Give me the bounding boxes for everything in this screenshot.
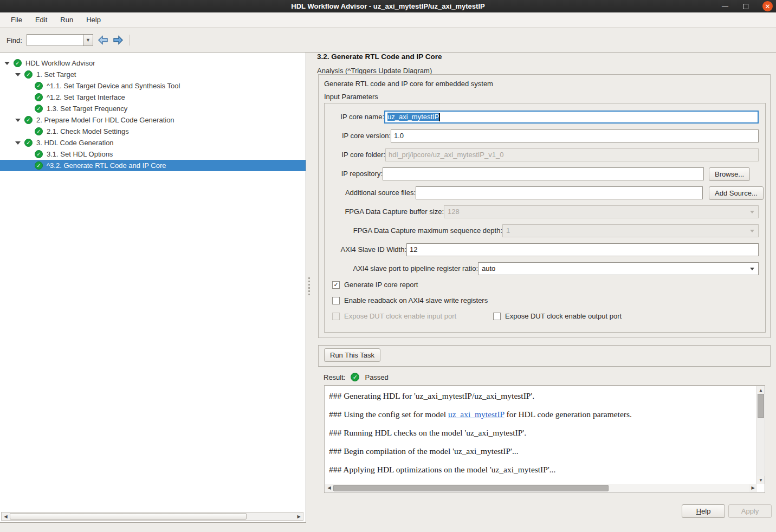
log-output[interactable]: ### Generating HDL for 'uz_axi_mytestIP/… bbox=[324, 385, 765, 493]
title-bar: HDL Workflow Advisor - uz_axi_mytestIP/u… bbox=[0, 0, 776, 12]
scroll-right-icon[interactable]: ▶ bbox=[295, 512, 303, 520]
splitter-handle-icon[interactable] bbox=[308, 277, 310, 295]
menu-file[interactable]: File bbox=[5, 14, 28, 25]
scroll-left-icon[interactable]: ◀ bbox=[2, 512, 10, 520]
hdl-workflow-advisor-window: HDL Workflow Advisor - uz_axi_mytestIP/u… bbox=[0, 0, 776, 532]
expand-caret-icon[interactable] bbox=[4, 62, 10, 65]
passed-check-icon: ✓ bbox=[24, 70, 33, 79]
tree-item-label: 3.1. Set HDL Options bbox=[47, 150, 113, 158]
find-dropdown-icon[interactable]: ▼ bbox=[83, 34, 93, 46]
task-description: Generate RTL code and IP core for embedd… bbox=[324, 80, 493, 88]
menu-edit[interactable]: Edit bbox=[30, 14, 53, 25]
add-source-button[interactable]: Add Source... bbox=[709, 186, 764, 200]
scroll-up-icon[interactable]: ▲ bbox=[757, 386, 765, 394]
menu-run[interactable]: Run bbox=[55, 14, 79, 25]
browse-button[interactable]: Browse... bbox=[709, 167, 750, 181]
tree-item[interactable]: ✓ HDL Workflow Advisor bbox=[0, 57, 306, 69]
tree-item-label: 1. Set Target bbox=[36, 70, 76, 79]
text-cursor bbox=[439, 113, 440, 121]
fpga-max-depth-combo: 1 bbox=[502, 224, 759, 237]
result-row: Result: ✓ Passed bbox=[324, 373, 389, 381]
scrollbar-thumb[interactable] bbox=[333, 485, 609, 491]
find-label: Find: bbox=[7, 36, 22, 44]
run-this-task-button[interactable]: Run This Task bbox=[324, 348, 380, 362]
tree-horizontal-scrollbar[interactable]: ◀ ▶ bbox=[1, 512, 303, 521]
panel-splitter[interactable] bbox=[307, 53, 313, 532]
tree-item[interactable]: ✓ ^1.2. Set Target Interface bbox=[0, 92, 306, 103]
tree-item-label: ^1.2. Set Target Interface bbox=[47, 93, 125, 101]
tree-item-label: 2. Prepare Model For HDL Code Generation bbox=[36, 116, 174, 124]
input-parameters-box: IP core name: uz_axi_mytestIP IP core ve… bbox=[324, 103, 766, 333]
expand-caret-icon[interactable] bbox=[15, 141, 21, 145]
find-next-icon[interactable] bbox=[113, 35, 124, 45]
tree-item[interactable]: ✓ ^1.1. Set Target Device and Synthesis … bbox=[0, 80, 306, 92]
window-title: HDL Workflow Advisor - uz_axi_mytestIP/u… bbox=[291, 2, 484, 10]
additional-source-files-label: Additional source files: bbox=[345, 189, 416, 197]
ip-repository-label: IP repository: bbox=[341, 170, 383, 178]
tree-item[interactable]: ✓ 3.1. Set HDL Options bbox=[0, 148, 306, 160]
passed-check-icon: ✓ bbox=[24, 116, 33, 124]
analysis-label: Analysis (^Triggers Update Diagram) bbox=[317, 67, 432, 75]
scrollbar-thumb[interactable] bbox=[758, 394, 764, 418]
axi4-slave-id-width-field[interactable]: 12 bbox=[406, 243, 759, 256]
log-line: ### Generating HDL for 'uz_axi_mytestIP/… bbox=[329, 388, 746, 406]
tree-item-label: ^1.1. Set Target Device and Synthesis To… bbox=[47, 82, 180, 90]
ip-core-name-label: IP core name: bbox=[340, 113, 384, 121]
maximize-icon[interactable] bbox=[743, 4, 748, 9]
close-icon[interactable]: ✕ bbox=[762, 1, 773, 11]
expose-clock-out-checkbox[interactable] bbox=[493, 313, 501, 320]
task-title: 3.2. Generate RTL Code and IP Core bbox=[317, 53, 442, 61]
expand-caret-icon[interactable] bbox=[15, 119, 21, 122]
chevron-down-icon bbox=[750, 230, 754, 232]
tree-item-label: 3. HDL Code Generation bbox=[36, 139, 114, 147]
ip-core-folder-field: hdl_prj/ipcore/uz_axi_mytestIP_v1_0 bbox=[385, 148, 759, 161]
ip-core-folder-label: IP core folder: bbox=[341, 151, 385, 159]
scrollbar-thumb[interactable] bbox=[10, 513, 247, 520]
ip-repository-field[interactable] bbox=[383, 167, 704, 180]
window-controls: — ✕ bbox=[721, 0, 773, 12]
passed-check-icon: ✓ bbox=[35, 150, 43, 158]
log-line: ### Using the config set for model uz_ax… bbox=[329, 406, 746, 425]
tree-item-label: HDL Workflow Advisor bbox=[25, 59, 95, 67]
fpga-buffer-size-combo: 128 bbox=[444, 205, 759, 218]
ip-core-name-field[interactable]: uz_axi_mytestIP bbox=[384, 111, 759, 124]
tree-item[interactable]: ✓ 1. Set Target bbox=[0, 69, 306, 80]
fpga-max-depth-value: 1 bbox=[506, 226, 510, 235]
ip-core-version-field[interactable]: 1.0 bbox=[391, 129, 759, 142]
log-model-link[interactable]: uz_axi_mytestIP bbox=[448, 410, 505, 419]
tree-item[interactable]: ✓ ^3.2. Generate RTL Code and IP Core bbox=[0, 160, 306, 171]
tree-item[interactable]: ✓ 1.3. Set Target Frequency bbox=[0, 103, 306, 114]
menu-help[interactable]: Help bbox=[81, 14, 106, 25]
passed-check-icon: ✓ bbox=[35, 82, 43, 90]
enable-readback-label: Enable readback on AXI4 slave write regi… bbox=[344, 296, 488, 304]
expose-clock-in-checkbox-row: Expose DUT clock enable input port bbox=[332, 312, 456, 320]
find-input[interactable] bbox=[27, 34, 83, 46]
tree-item[interactable]: ✓ 3. HDL Code Generation bbox=[0, 137, 306, 148]
tree-item[interactable]: ✓ 2.1. Check Model Settings bbox=[0, 126, 306, 137]
passed-check-icon: ✓ bbox=[35, 127, 43, 135]
tree-item-label: 2.1. Check Model Settings bbox=[47, 127, 129, 135]
log-vertical-scrollbar[interactable]: ▲ ▼ bbox=[756, 386, 764, 484]
expand-caret-icon[interactable] bbox=[15, 73, 21, 76]
log-line: ### Begin compilation of the model 'uz_a… bbox=[329, 443, 746, 462]
additional-source-files-field[interactable] bbox=[416, 186, 703, 199]
apply-button: Apply bbox=[728, 504, 772, 518]
generate-report-checkbox[interactable]: ✓ bbox=[332, 281, 340, 289]
minimize-icon[interactable]: — bbox=[721, 3, 729, 10]
scroll-down-icon[interactable]: ▼ bbox=[757, 476, 765, 484]
scroll-left-icon[interactable]: ◀ bbox=[325, 484, 333, 492]
enable-readback-checkbox[interactable] bbox=[332, 297, 340, 304]
help-button[interactable]: Help bbox=[682, 504, 725, 518]
result-label: Result: bbox=[324, 373, 345, 381]
tree-item[interactable]: ✓ 2. Prepare Model For HDL Code Generati… bbox=[0, 114, 306, 126]
find-toolbar: Find: ▼ bbox=[0, 28, 776, 53]
find-previous-icon[interactable] bbox=[98, 35, 108, 45]
passed-check-icon: ✓ bbox=[14, 59, 22, 67]
tree-item-label: ^3.2. Generate RTL Code and IP Core bbox=[47, 161, 166, 170]
toolbar-separator bbox=[129, 35, 130, 46]
passed-check-icon: ✓ bbox=[35, 93, 43, 101]
scroll-right-icon[interactable]: ▶ bbox=[749, 484, 757, 492]
axi4-pipeline-ratio-combo[interactable]: auto bbox=[478, 262, 759, 275]
axi4-slave-id-width-label: AXI4 Slave ID Width: bbox=[341, 245, 406, 254]
log-horizontal-scrollbar[interactable]: ◀ ▶ bbox=[325, 484, 757, 492]
